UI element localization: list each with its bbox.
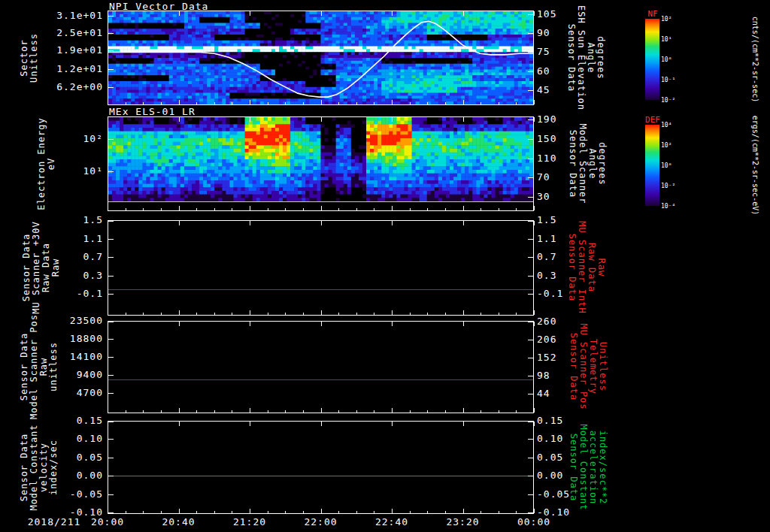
label-line: degrees: [597, 124, 607, 204]
label-line: Telemetry: [588, 323, 598, 410]
tick-mark: [534, 310, 535, 315]
label-line: Raw: [596, 221, 606, 313]
colorbar-tick-label: 10⁰: [661, 162, 671, 169]
label-line: Sensor Data: [568, 124, 578, 204]
nf-colorbar-unit-text: cnts/(cm**2-sr-sec): [751, 17, 759, 102]
def-colorbar-title: DEF: [644, 115, 662, 125]
tick-mark: [534, 410, 535, 413]
colorbar-tick-label: 10⁻²: [661, 183, 675, 189]
colorbar-tick-label: 10¹: [661, 36, 671, 43]
panel-model-scanner-pos: [108, 321, 534, 413]
panel2-left-axis-label-text: Electron EnergyeV: [37, 117, 56, 210]
colorbar-tick-label: 10⁰: [661, 56, 671, 63]
label-line: Raw Data: [587, 221, 596, 313]
panel5-left-axis-label-text: Sensor DataModel Constantvelocityindex/s…: [20, 424, 59, 510]
data-series-line: [108, 476, 533, 476]
tick-mark: [534, 511, 535, 513]
panel-mu-scanner-30v: [108, 220, 534, 316]
colorbar-tick-label: 10²: [661, 142, 671, 149]
panel-model-constant-velocity: [108, 421, 534, 514]
label-line: index/sec**2: [598, 424, 608, 510]
colorbar-tick-label: 10⁻⁴: [661, 203, 675, 210]
tick-mark: [534, 11, 535, 16]
axis-tick-label: 1.2e+01: [0, 64, 103, 74]
time-tick-label: 20:00: [91, 516, 124, 527]
label-line: Angle: [587, 124, 597, 204]
tick-mark: [534, 322, 535, 326]
label-line: MU Scanner IntH: [577, 221, 587, 313]
label-line: eV: [47, 117, 56, 210]
panel3-right-axis-label-text: RawRaw DataMU Scanner IntHSensor Data: [567, 221, 606, 313]
panel1-left-tick-labels: 3.1e+012.5e+011.9e+011.2e+016.2e+00: [0, 11, 103, 105]
label-line: Model Scanner: [578, 124, 587, 204]
panel1-left-axis-label-text: SectorUnitless: [20, 33, 39, 83]
tick-mark: [534, 206, 535, 210]
colorbar-tick-label: 10⁻¹: [661, 77, 675, 83]
time-tick-label: 22:00: [304, 516, 337, 527]
label-line: unitless: [49, 314, 59, 419]
tick-mark: [534, 509, 535, 513]
nf-colorbar: [645, 19, 659, 100]
label-line: MU Scanner Pos: [578, 323, 588, 410]
panel2-title: MEx ELS-01 LR: [109, 106, 196, 117]
tick-mark: [534, 422, 535, 426]
time-tick-label: 23:20: [446, 516, 479, 527]
colorbar-tick-label: 10⁴: [661, 122, 671, 128]
els-spectrogram-canvas: [108, 117, 533, 210]
axis-tick-label: 3.1e+01: [0, 11, 103, 21]
panel2-right-axis-label-text: degreesAngleModel ScannerSensor Data: [568, 124, 607, 204]
tick-mark: [534, 221, 535, 225]
label-line: Unitless: [598, 323, 608, 410]
label-line: degrees: [596, 5, 605, 110]
science-plot-screen: NPI Vector Data MEx ELS-01 LR 3.1e+012.5…: [0, 0, 770, 532]
panel-npi-spectrogram: [108, 11, 534, 105]
time-tick-label: 20:40: [162, 516, 195, 527]
label-line: ESH Sun Elevation: [576, 5, 586, 110]
label-line: Sensor Data: [568, 323, 578, 410]
axis-tick-label: 1.9e+01: [0, 45, 103, 56]
nf-colorbar-tick-labels: 10²10¹10⁰10⁻¹10⁻²: [661, 19, 687, 100]
def-colorbar: [645, 125, 659, 206]
tick-mark: [534, 208, 535, 210]
nf-colorbar-title: NF: [644, 9, 662, 19]
tick-mark: [534, 408, 535, 413]
data-series-line: [108, 379, 533, 380]
time-tick-label: 21:20: [233, 516, 266, 527]
label-line: Sensor Data: [568, 424, 578, 510]
axis-tick-label: 6.2e+00: [0, 82, 103, 92]
tick-mark: [534, 100, 535, 104]
colorbar-tick-label: 10²: [661, 16, 671, 23]
date-label: 2018/211: [28, 516, 81, 527]
panel3-left-axis-label-text: Sensor DataMU Scanner +30VRaw DataRaw: [22, 221, 61, 313]
def-colorbar-tick-labels: 10⁴10²10⁰10⁻²10⁻⁴: [661, 125, 687, 206]
tick-mark: [534, 102, 535, 104]
label-line: Angle: [586, 5, 596, 110]
label-line: Model Constant: [578, 424, 588, 510]
def-colorbar-unit-text: ergs/(cm**2-sr-sec-eV): [751, 116, 759, 215]
panel4-left-axis-label-text: Sensor DataModel Scanner PosRawunitless: [20, 314, 59, 419]
label-line: Sensor Data: [567, 221, 577, 313]
panel-els-spectrogram: [108, 116, 534, 211]
panel4-right-axis-label-text: UnitlessTelemetryMU Scanner PosSensor Da…: [568, 323, 608, 410]
time-tick-label: 00:00: [517, 516, 550, 527]
data-series-line: [108, 289, 533, 290]
panel1-right-axis-label-text: degreesAngleESH Sun ElevationSensor Data: [566, 5, 605, 110]
time-tick-label: 22:40: [375, 516, 408, 527]
tick-mark: [534, 117, 535, 122]
axis-tick-label: 2.5e+01: [0, 28, 103, 38]
label-line: index/sec: [49, 424, 59, 510]
label-line: Sensor Data: [566, 5, 576, 110]
npi-spectrogram-canvas: [108, 11, 533, 104]
label-line: acceleration: [588, 424, 598, 510]
panel5-right-axis-label-text: index/sec**2accelerationModel ConstantSe…: [568, 424, 608, 510]
tick-mark: [534, 313, 535, 315]
colorbar-tick-label: 10⁻²: [661, 97, 675, 104]
label-line: Raw: [51, 221, 61, 313]
label-line: Unitless: [29, 33, 39, 83]
